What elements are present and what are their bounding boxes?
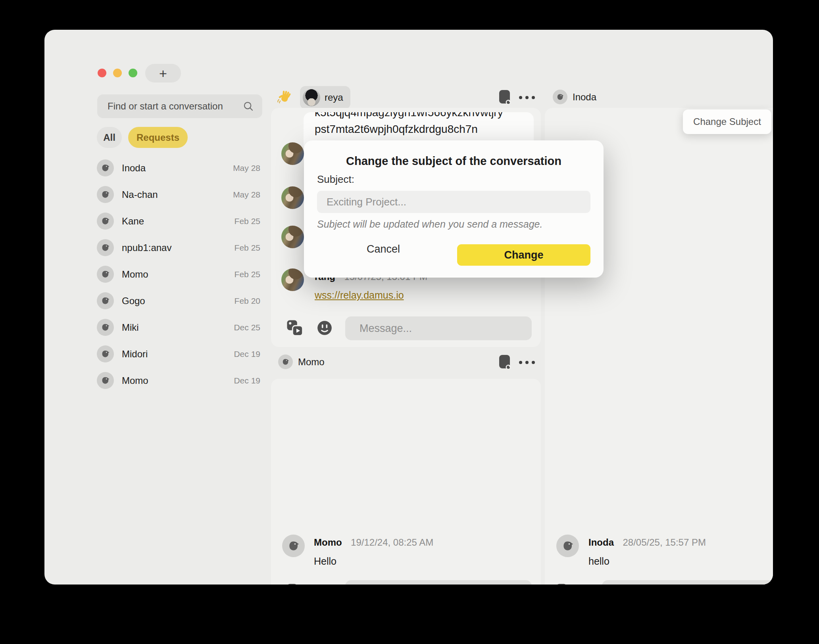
minimize-button[interactable]	[113, 69, 122, 77]
bird-avatar-icon	[97, 345, 114, 362]
message-field	[345, 580, 532, 585]
filter-requests-button[interactable]: Requests	[128, 127, 188, 148]
conversation-name: Momo	[122, 269, 148, 280]
message-header: Momo 19/12/24, 08:25 AM	[314, 537, 433, 548]
conversation-date: May 28	[233, 190, 260, 199]
conversation-row[interactable]: Na-chan May 28	[97, 181, 260, 208]
conversation-name: Inoda	[122, 163, 146, 174]
conversation-date: Feb 25	[235, 217, 260, 226]
emoji-icon[interactable]	[586, 583, 602, 585]
modal-helper-text: Subject will be updated when you send a …	[317, 218, 542, 230]
conversation-date: Feb 25	[235, 243, 260, 253]
change-button[interactable]: Change	[457, 244, 590, 266]
message-avatar	[281, 268, 304, 291]
emoji-icon[interactable]	[316, 583, 333, 585]
conversation-row[interactable]: Inoda May 28	[97, 155, 260, 181]
conversation-name: npub1:anav	[122, 242, 171, 253]
bird-avatar-icon	[97, 213, 114, 230]
message-field	[602, 580, 773, 585]
bird-avatar-icon	[97, 292, 114, 309]
media-attach-icon[interactable]	[555, 583, 573, 585]
conversation-name: Momo	[122, 375, 148, 386]
conversation-date: Dec 19	[234, 349, 260, 359]
chat-title: Momo	[298, 356, 325, 368]
bird-avatar-icon	[97, 319, 114, 336]
message-avatar	[281, 142, 304, 165]
bird-avatar-icon	[97, 372, 114, 389]
message-timestamp: 19/12/24, 08:25 AM	[351, 537, 433, 548]
conversation-date: Feb 20	[235, 296, 260, 306]
message-field	[345, 316, 532, 340]
media-attach-icon[interactable]	[286, 319, 304, 337]
message-avatar	[281, 186, 304, 209]
message-timestamp: 28/05/25, 15:57 PM	[623, 537, 706, 548]
chat-header-momo: Momo	[278, 355, 325, 369]
cancel-button[interactable]: Cancel	[356, 239, 411, 260]
more-options-icon[interactable]	[517, 361, 536, 364]
sender-name: Momo	[314, 537, 342, 548]
change-subject-icon[interactable]	[498, 354, 512, 370]
sender-name: Inoda	[588, 537, 614, 548]
change-subject-icon[interactable]	[498, 89, 512, 105]
emoji-icon[interactable]	[316, 320, 333, 336]
conversation-row[interactable]: Momo Feb 25	[97, 261, 260, 288]
app-window: + All Requests Inoda May 28 Na-chan May …	[44, 30, 773, 585]
message-input[interactable]	[359, 322, 532, 335]
message-header: Inoda 28/05/25, 15:57 PM	[588, 537, 706, 548]
media-attach-icon[interactable]	[286, 583, 304, 585]
subject-input[interactable]	[326, 196, 582, 209]
chat-title: Inoda	[573, 92, 596, 103]
conversation-date: May 28	[233, 163, 260, 173]
npub-line2: pst7mta2t6wpjh0qfzkdrdgu8ch7n	[315, 121, 534, 138]
subject-field	[317, 191, 590, 213]
chat-tab-reya[interactable]: reya	[300, 86, 350, 109]
relay-link[interactable]: wss://relay.damus.io	[315, 289, 404, 301]
conversation-row[interactable]: Midori Dec 19	[97, 341, 260, 367]
new-tab-button[interactable]: +	[145, 64, 181, 82]
conversation-date: Feb 25	[235, 270, 260, 279]
conversation-row[interactable]: Gogo Feb 20	[97, 288, 260, 314]
more-options-icon[interactable]	[517, 96, 536, 99]
conversation-date: Dec 19	[234, 376, 260, 385]
conversation-name: Kane	[122, 216, 144, 227]
zoom-button[interactable]	[129, 69, 137, 77]
bird-avatar-icon	[278, 355, 293, 369]
search-icon	[242, 100, 254, 112]
reya-avatar	[303, 89, 320, 106]
screenshot-canvas: + All Requests Inoda May 28 Na-chan May …	[0, 0, 819, 644]
bird-avatar-icon	[97, 186, 114, 203]
message-avatar	[281, 226, 304, 248]
message-avatar	[282, 535, 305, 557]
conversation-date: Dec 25	[234, 323, 260, 332]
subject-label: Subject:	[317, 173, 354, 186]
npub-line1-clipped: k5t5qjq4mpagzlygh1wf566ykzknvwtjry	[315, 112, 534, 121]
conversation-list: Inoda May 28 Na-chan May 28 Kane Feb 25 …	[97, 155, 260, 394]
conversation-row[interactable]: npub1:anav Feb 25	[97, 234, 260, 261]
message-avatar	[556, 535, 579, 557]
chat-panel-momo: Momo 19/12/24, 08:25 AM Hello	[271, 379, 541, 585]
close-button[interactable]	[98, 69, 106, 77]
change-subject-tooltip: Change Subject	[683, 109, 771, 134]
conversation-name: Miki	[122, 322, 139, 333]
conversation-name: Midori	[122, 349, 148, 360]
filter-all-button[interactable]: All	[97, 127, 122, 148]
chat-header-inoda: Inoda	[553, 90, 596, 104]
bird-avatar-icon	[97, 239, 114, 256]
bird-avatar-icon	[553, 90, 567, 104]
conversation-name: Gogo	[122, 295, 145, 307]
bird-avatar-icon	[97, 266, 114, 283]
chat-title: reya	[325, 92, 343, 103]
wave-icon[interactable]	[277, 90, 292, 105]
change-subject-icon[interactable]	[773, 89, 773, 105]
change-subject-modal: Change the subject of the conversation S…	[304, 140, 604, 278]
message-text: hello	[588, 556, 609, 567]
conversation-row[interactable]: Miki Dec 25	[97, 314, 260, 341]
search-field	[97, 94, 262, 118]
conversation-row[interactable]: Momo Dec 19	[97, 367, 260, 394]
bird-avatar-icon	[97, 159, 114, 176]
conversation-name: Na-chan	[122, 189, 158, 200]
search-input[interactable]	[107, 100, 242, 112]
conversation-row[interactable]: Kane Feb 25	[97, 208, 260, 234]
message-text: Hello	[314, 556, 336, 567]
modal-title: Change the subject of the conversation	[304, 155, 604, 168]
